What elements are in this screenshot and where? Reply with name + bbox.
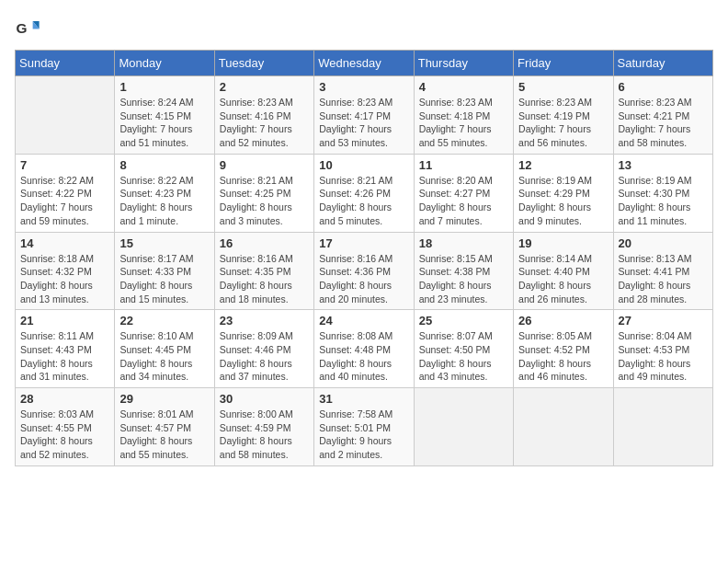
day-header-sunday: Sunday: [16, 51, 115, 76]
cell-date: 13: [619, 158, 708, 172]
cell-date: 28: [20, 392, 109, 406]
cell-date: 30: [220, 392, 309, 406]
calendar-cell: [514, 388, 613, 466]
cell-info: Sunrise: 8:15 AM Sunset: 4:38 PM Dayligh…: [419, 252, 508, 306]
calendar-cell: 2Sunrise: 8:23 AM Sunset: 4:16 PM Daylig…: [214, 76, 313, 155]
cell-info: Sunrise: 8:23 AM Sunset: 4:19 PM Dayligh…: [518, 96, 608, 150]
calendar-cell: 28Sunrise: 8:03 AM Sunset: 4:55 PM Dayli…: [16, 388, 115, 466]
cell-date: 14: [20, 236, 109, 250]
week-row-4: 21Sunrise: 8:11 AM Sunset: 4:43 PM Dayli…: [16, 310, 713, 388]
cell-date: 15: [119, 236, 209, 250]
cell-date: 31: [319, 392, 408, 406]
calendar-cell: 17Sunrise: 8:16 AM Sunset: 4:36 PM Dayli…: [314, 232, 414, 310]
cell-info: Sunrise: 8:23 AM Sunset: 4:17 PM Dayligh…: [319, 96, 408, 150]
calendar-cell: 12Sunrise: 8:19 AM Sunset: 4:29 PM Dayli…: [514, 154, 613, 232]
calendar-cell: 9Sunrise: 8:21 AM Sunset: 4:25 PM Daylig…: [214, 154, 313, 232]
cell-date: 19: [518, 236, 608, 250]
calendar-cell: [16, 76, 115, 155]
cell-info: Sunrise: 8:23 AM Sunset: 4:18 PM Dayligh…: [419, 96, 508, 150]
cell-info: Sunrise: 8:17 AM Sunset: 4:33 PM Dayligh…: [119, 252, 209, 306]
week-row-3: 14Sunrise: 8:18 AM Sunset: 4:32 PM Dayli…: [16, 232, 713, 310]
calendar-cell: 10Sunrise: 8:21 AM Sunset: 4:26 PM Dayli…: [314, 154, 414, 232]
calendar-cell: 21Sunrise: 8:11 AM Sunset: 4:43 PM Dayli…: [16, 310, 115, 388]
page-header: G: [15, 15, 713, 40]
calendar-cell: 7Sunrise: 8:22 AM Sunset: 4:22 PM Daylig…: [16, 154, 115, 232]
cell-info: Sunrise: 8:16 AM Sunset: 4:36 PM Dayligh…: [319, 252, 408, 306]
cell-date: 26: [518, 314, 608, 327]
cell-date: 10: [319, 158, 408, 172]
calendar-cell: 24Sunrise: 8:08 AM Sunset: 4:48 PM Dayli…: [314, 310, 414, 388]
cell-info: Sunrise: 8:23 AM Sunset: 4:21 PM Dayligh…: [619, 96, 708, 150]
cell-date: 24: [319, 314, 408, 327]
cell-date: 9: [220, 158, 309, 172]
cell-date: 16: [220, 236, 309, 250]
cell-date: 25: [419, 314, 508, 327]
calendar-table: SundayMondayTuesdayWednesdayThursdayFrid…: [15, 50, 713, 466]
cell-info: Sunrise: 8:07 AM Sunset: 4:50 PM Dayligh…: [419, 329, 508, 384]
calendar-cell: 8Sunrise: 8:22 AM Sunset: 4:23 PM Daylig…: [115, 154, 214, 232]
calendar-cell: 5Sunrise: 8:23 AM Sunset: 4:19 PM Daylig…: [514, 76, 613, 155]
cell-info: Sunrise: 8:08 AM Sunset: 4:48 PM Dayligh…: [319, 329, 408, 384]
cell-info: Sunrise: 8:21 AM Sunset: 4:25 PM Dayligh…: [220, 174, 309, 228]
cell-date: 8: [119, 158, 209, 172]
calendar-cell: 22Sunrise: 8:10 AM Sunset: 4:45 PM Dayli…: [115, 310, 214, 388]
cell-info: Sunrise: 8:13 AM Sunset: 4:41 PM Dayligh…: [619, 252, 708, 306]
day-header-row: SundayMondayTuesdayWednesdayThursdayFrid…: [16, 51, 713, 76]
calendar-cell: 13Sunrise: 8:19 AM Sunset: 4:30 PM Dayli…: [613, 154, 712, 232]
cell-date: 3: [319, 80, 408, 94]
cell-info: Sunrise: 8:03 AM Sunset: 4:55 PM Dayligh…: [20, 408, 109, 462]
day-header-saturday: Saturday: [613, 51, 712, 76]
calendar-cell: 14Sunrise: 8:18 AM Sunset: 4:32 PM Dayli…: [16, 232, 115, 310]
cell-date: 27: [619, 314, 708, 327]
cell-info: Sunrise: 7:58 AM Sunset: 5:01 PM Dayligh…: [319, 408, 408, 462]
cell-info: Sunrise: 8:22 AM Sunset: 4:22 PM Dayligh…: [20, 174, 109, 228]
calendar-cell: 26Sunrise: 8:05 AM Sunset: 4:52 PM Dayli…: [514, 310, 613, 388]
cell-info: Sunrise: 8:01 AM Sunset: 4:57 PM Dayligh…: [119, 408, 209, 462]
calendar-cell: 20Sunrise: 8:13 AM Sunset: 4:41 PM Dayli…: [613, 232, 712, 310]
calendar-cell: 31Sunrise: 7:58 AM Sunset: 5:01 PM Dayli…: [314, 388, 414, 466]
cell-date: 23: [220, 314, 309, 327]
calendar-cell: 11Sunrise: 8:20 AM Sunset: 4:27 PM Dayli…: [414, 154, 513, 232]
day-header-tuesday: Tuesday: [214, 51, 313, 76]
logo: G: [15, 15, 44, 40]
cell-date: 12: [518, 158, 608, 172]
cell-date: 6: [619, 80, 708, 94]
calendar-cell: 3Sunrise: 8:23 AM Sunset: 4:17 PM Daylig…: [314, 76, 414, 155]
day-header-monday: Monday: [115, 51, 214, 76]
calendar-cell: [414, 388, 513, 466]
cell-date: 22: [119, 314, 209, 327]
logo-icon: G: [15, 15, 40, 40]
calendar-cell: 23Sunrise: 8:09 AM Sunset: 4:46 PM Dayli…: [214, 310, 313, 388]
calendar-cell: 25Sunrise: 8:07 AM Sunset: 4:50 PM Dayli…: [414, 310, 513, 388]
cell-info: Sunrise: 8:19 AM Sunset: 4:30 PM Dayligh…: [619, 174, 708, 228]
cell-info: Sunrise: 8:16 AM Sunset: 4:35 PM Dayligh…: [220, 252, 309, 306]
cell-info: Sunrise: 8:11 AM Sunset: 4:43 PM Dayligh…: [20, 329, 109, 384]
calendar-cell: 29Sunrise: 8:01 AM Sunset: 4:57 PM Dayli…: [115, 388, 214, 466]
cell-info: Sunrise: 8:14 AM Sunset: 4:40 PM Dayligh…: [518, 252, 608, 306]
calendar-cell: [613, 388, 712, 466]
cell-date: 5: [518, 80, 608, 94]
cell-info: Sunrise: 8:09 AM Sunset: 4:46 PM Dayligh…: [220, 329, 309, 384]
cell-date: 17: [319, 236, 408, 250]
calendar-cell: 19Sunrise: 8:14 AM Sunset: 4:40 PM Dayli…: [514, 232, 613, 310]
cell-info: Sunrise: 8:21 AM Sunset: 4:26 PM Dayligh…: [319, 174, 408, 228]
cell-date: 11: [419, 158, 508, 172]
cell-info: Sunrise: 8:24 AM Sunset: 4:15 PM Dayligh…: [119, 96, 209, 150]
calendar-cell: 4Sunrise: 8:23 AM Sunset: 4:18 PM Daylig…: [414, 76, 513, 155]
cell-date: 21: [20, 314, 109, 327]
cell-info: Sunrise: 8:04 AM Sunset: 4:53 PM Dayligh…: [619, 329, 708, 384]
week-row-5: 28Sunrise: 8:03 AM Sunset: 4:55 PM Dayli…: [16, 388, 713, 466]
week-row-1: 1Sunrise: 8:24 AM Sunset: 4:15 PM Daylig…: [16, 76, 713, 155]
cell-info: Sunrise: 8:22 AM Sunset: 4:23 PM Dayligh…: [119, 174, 209, 228]
calendar-cell: 16Sunrise: 8:16 AM Sunset: 4:35 PM Dayli…: [214, 232, 313, 310]
calendar-cell: 1Sunrise: 8:24 AM Sunset: 4:15 PM Daylig…: [115, 76, 214, 155]
calendar-cell: 27Sunrise: 8:04 AM Sunset: 4:53 PM Dayli…: [613, 310, 712, 388]
cell-info: Sunrise: 8:23 AM Sunset: 4:16 PM Dayligh…: [220, 96, 309, 150]
day-header-friday: Friday: [514, 51, 613, 76]
calendar-cell: 6Sunrise: 8:23 AM Sunset: 4:21 PM Daylig…: [613, 76, 712, 155]
day-header-wednesday: Wednesday: [314, 51, 414, 76]
cell-date: 18: [419, 236, 508, 250]
cell-date: 4: [419, 80, 508, 94]
day-header-thursday: Thursday: [414, 51, 513, 76]
cell-date: 2: [220, 80, 309, 94]
